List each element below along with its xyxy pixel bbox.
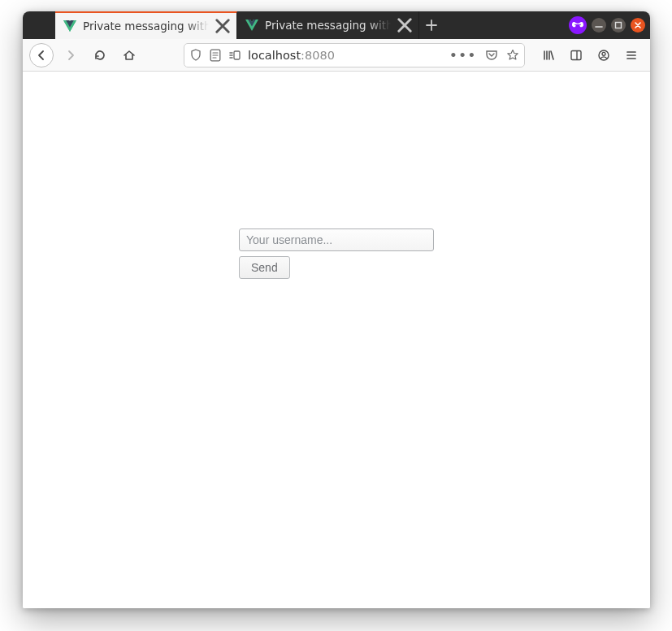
titlebar: Private messaging with S Private messagi… <box>23 11 650 39</box>
page-actions-icon[interactable]: ••• <box>449 49 477 62</box>
svg-point-0 <box>574 24 576 26</box>
reload-button[interactable] <box>88 43 112 67</box>
window-close-button[interactable] <box>631 18 645 33</box>
tab-0[interactable]: Private messaging with S <box>55 11 237 39</box>
tab-title: Private messaging with S <box>83 20 209 33</box>
url-text: localhost:8080 <box>248 49 443 62</box>
home-button[interactable] <box>117 43 141 67</box>
sidebar-icon[interactable] <box>564 43 588 67</box>
close-tab-icon[interactable] <box>215 19 230 33</box>
svg-point-7 <box>602 52 605 55</box>
vue-logo-icon <box>63 20 76 33</box>
page-content: Send <box>23 72 650 608</box>
account-icon[interactable] <box>592 43 616 67</box>
window-maximize-button[interactable] <box>611 18 626 33</box>
back-button[interactable] <box>29 43 54 67</box>
username-form: Send <box>239 228 434 279</box>
forward-button[interactable] <box>59 43 83 67</box>
window-controls <box>569 11 645 39</box>
svg-rect-2 <box>616 23 622 28</box>
app-menu-icon[interactable] <box>619 43 644 67</box>
library-icon[interactable] <box>536 43 561 67</box>
mask-extension-icon[interactable] <box>569 16 587 34</box>
address-bar[interactable]: localhost:8080 ••• <box>184 43 525 67</box>
close-tab-icon[interactable] <box>397 18 412 33</box>
shield-icon[interactable] <box>189 49 202 62</box>
vue-logo-icon <box>245 19 258 32</box>
browser-window: Private messaging with S Private messagi… <box>23 11 650 608</box>
send-button[interactable]: Send <box>239 256 290 279</box>
window-minimize-button[interactable] <box>592 18 606 33</box>
new-tab-button[interactable] <box>419 11 444 39</box>
url-host: localhost <box>248 49 301 62</box>
tab-title: Private messaging with S <box>265 19 391 32</box>
bookmark-star-icon[interactable] <box>506 49 519 62</box>
svg-rect-5 <box>571 50 581 59</box>
permissions-icon[interactable] <box>228 49 241 62</box>
username-input[interactable] <box>239 228 434 251</box>
site-info-icon[interactable] <box>209 49 222 62</box>
toolbar: localhost:8080 ••• <box>23 39 650 72</box>
svg-rect-4 <box>234 51 240 59</box>
pocket-icon[interactable] <box>485 49 498 62</box>
svg-point-1 <box>579 24 581 26</box>
url-port: :8080 <box>301 49 335 62</box>
tab-1[interactable]: Private messaging with S <box>237 11 419 39</box>
